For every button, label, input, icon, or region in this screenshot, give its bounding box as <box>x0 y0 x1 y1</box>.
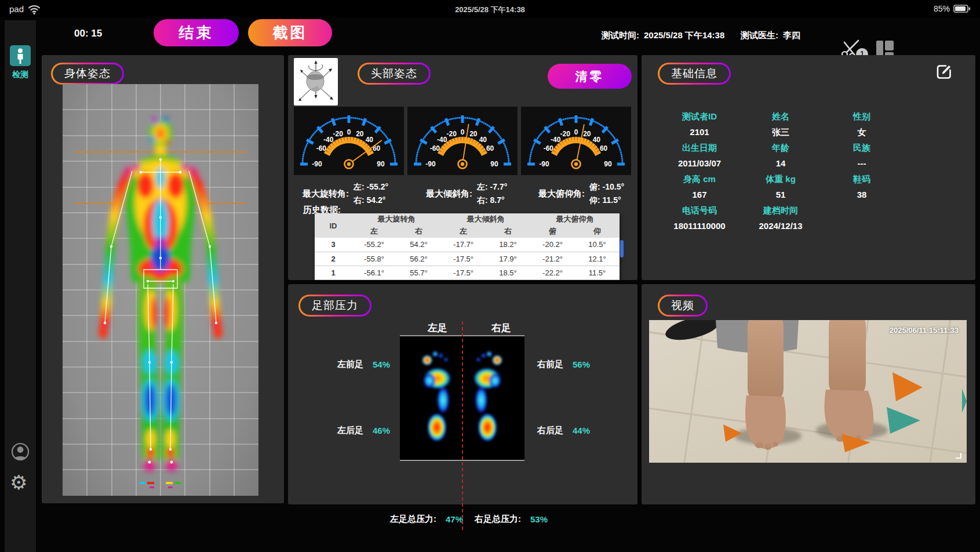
field-value: 18011110000 <box>659 218 740 234</box>
svg-text:60: 60 <box>373 144 381 152</box>
test-time-label: 测试时间: <box>602 30 639 41</box>
sidebar-item-detect-label: 检测 <box>5 70 36 80</box>
col-group-pitch: 最大俯仰角 <box>530 213 620 225</box>
svg-text:20: 20 <box>469 130 478 138</box>
left-total-pressure: 左足总压力: 47% <box>390 514 463 525</box>
field-label: 性别 <box>821 108 902 124</box>
head-axes-diagram <box>294 58 338 106</box>
test-time-value: 2025/5/28 下午14:38 <box>644 30 724 41</box>
table-scrollbar[interactable] <box>620 240 624 257</box>
field-value: 张三 <box>740 124 821 140</box>
fullscreen-corner-icon[interactable] <box>953 450 962 459</box>
body-posture-panel: 身体姿态 <box>42 55 284 503</box>
video-frame[interactable]: 2025/06/11 15:11:33 <box>649 320 967 463</box>
svg-text:0: 0 <box>347 128 351 136</box>
field-value: 14 <box>740 155 821 171</box>
app-root: pad 2025/5/28 下午14:38 85% 检测 <box>0 0 980 552</box>
field-value: 女 <box>821 124 902 140</box>
foot-pressure-panel: 足部压力 左足 右足 <box>288 284 637 504</box>
svg-text:0: 0 <box>461 128 465 136</box>
test-doctor: 测试医生: 李四 <box>741 30 800 41</box>
edit-icon[interactable] <box>935 63 953 81</box>
table-row: 2 -55.8°56.2° -17.5°17.9° -21.2°12.1° <box>315 252 620 266</box>
svg-text:-40: -40 <box>323 136 334 144</box>
svg-text:-20: -20 <box>333 130 344 138</box>
svg-text:-20: -20 <box>447 130 457 138</box>
field-label: 电话号码 <box>659 202 740 218</box>
sidebar-item-detect[interactable] <box>10 45 31 66</box>
video-title: 视频 <box>660 296 706 315</box>
screenshot-button[interactable]: 截图 <box>248 19 332 46</box>
svg-text:-60: -60 <box>544 144 554 152</box>
body-thermal-image <box>63 84 258 496</box>
basic-info-panel: 基础信息 测试者ID 姓名 性别 2101 张三 女 出生日期 年龄 民族 20… <box>642 55 975 280</box>
history-table: ID 最大旋转角 最大倾斜角 最大俯仰角 左 右 左 右 俯 仰 3 -55.2… <box>315 213 620 280</box>
foot-divider-line <box>462 321 463 530</box>
svg-text:20: 20 <box>356 130 364 138</box>
video-panel: 视频 <box>642 284 975 504</box>
pitch-gauge: -90-60-40-20020406090 <box>521 107 631 175</box>
field-label: 民族 <box>821 140 902 155</box>
person-icon <box>10 45 31 66</box>
tilt-gauge: -90-60-40-20020406090 <box>407 107 518 175</box>
head-posture-title: 头部姿态 <box>359 64 429 83</box>
svg-text:60: 60 <box>486 144 494 152</box>
reset-button[interactable]: 清零 <box>548 64 632 89</box>
col-id: ID <box>315 213 352 238</box>
field-label: 测试者ID <box>659 108 740 124</box>
test-doctor-value: 李四 <box>783 30 800 41</box>
video-still <box>649 320 967 463</box>
body-posture-title: 身体姿态 <box>53 64 122 83</box>
session-timer: 00: 15 <box>74 28 102 39</box>
basic-info-grid: 测试者ID 姓名 性别 2101 张三 女 出生日期 年龄 民族 2011/03… <box>659 108 902 234</box>
field-label: 体重 kg <box>740 171 821 187</box>
svg-text:90: 90 <box>490 160 498 168</box>
field-value: 2024/12/13 <box>740 218 821 234</box>
video-title-pill: 视频 <box>658 295 708 317</box>
user-avatar-icon[interactable] <box>10 442 30 462</box>
foot-pressure-title: 足部压力 <box>300 296 370 315</box>
svg-text:-90: -90 <box>425 160 436 168</box>
field-label: 鞋码 <box>821 171 902 187</box>
left-foot-label: 左足 <box>420 321 455 335</box>
svg-text:90: 90 <box>604 160 612 168</box>
svg-text:60: 60 <box>600 144 608 152</box>
col-group-rotation: 最大旋转角 <box>352 213 441 225</box>
status-datetime: 2025/5/28 下午14:38 <box>0 5 980 15</box>
field-label: 建档时间 <box>740 202 821 218</box>
status-bar: pad 2025/5/28 下午14:38 85% <box>0 0 980 17</box>
sidebar: 检测 ⚙ <box>5 20 36 552</box>
rotation-gauge: -90-60-40-20020406090 <box>294 107 404 175</box>
head-posture-title-pill: 头部姿态 <box>358 63 431 85</box>
svg-text:-60: -60 <box>430 144 440 152</box>
right-foot-label: 右足 <box>484 321 519 335</box>
field-value: --- <box>821 155 902 171</box>
svg-text:40: 40 <box>366 136 374 144</box>
svg-text:0: 0 <box>574 128 578 136</box>
field-value: 2011/03/07 <box>659 155 740 171</box>
left-rear-quadrant: 左后足 46% <box>337 425 390 436</box>
field-value: 167 <box>659 187 740 202</box>
history-table-wrap: ID 最大旋转角 最大倾斜角 最大俯仰角 左 右 左 右 俯 仰 3 -55.2… <box>315 213 620 280</box>
table-row: 3 -55.2°54.2° -17.7°18.2° -20.2°10.5° <box>315 238 620 252</box>
foot-pressure-title-pill: 足部压力 <box>298 295 371 317</box>
svg-text:-40: -40 <box>437 136 447 144</box>
right-total-pressure: 右足总压力: 53% <box>475 514 548 525</box>
field-label: 年龄 <box>740 140 821 155</box>
metric-name: 最大旋转角: <box>303 188 349 199</box>
field-label: 姓名 <box>740 108 821 124</box>
basic-info-title: 基础信息 <box>660 64 729 83</box>
max-rotation-metric: 最大旋转角: 左: -55.2° 右: 54.2° <box>303 180 388 207</box>
settings-gear-icon[interactable]: ⚙ <box>10 471 27 493</box>
svg-text:-40: -40 <box>551 136 561 144</box>
battery-percent: 85% <box>934 4 950 13</box>
field-label: 出生日期 <box>659 140 740 155</box>
left-front-quadrant: 左前足 54% <box>337 359 390 370</box>
end-button[interactable]: 结束 <box>154 19 239 46</box>
svg-text:-60: -60 <box>316 144 327 152</box>
svg-text:40: 40 <box>479 136 487 144</box>
test-doctor-label: 测试医生: <box>741 30 778 41</box>
table-row: 1 -56.1°55.7° -17.5°18.5° -22.2°11.5° <box>315 266 620 279</box>
field-value: 38 <box>821 187 902 202</box>
col-group-tilt: 最大倾斜角 <box>441 213 530 225</box>
